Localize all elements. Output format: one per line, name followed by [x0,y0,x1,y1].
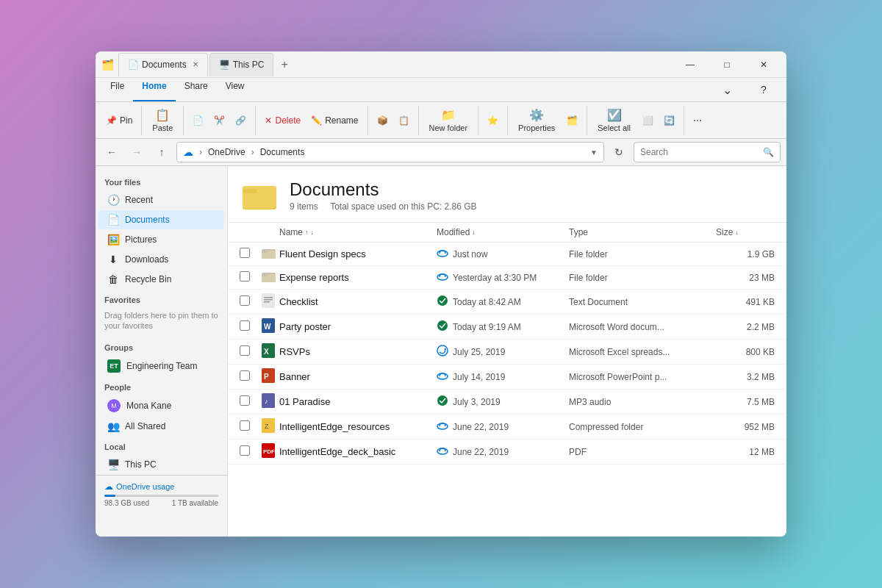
row-size: 2.2 MB [716,322,775,332]
sidebar-item-recycle-bin[interactable]: 🗑 Recycle Bin [98,270,224,289]
maximize-button[interactable]: □ [710,53,744,76]
separator-8 [587,106,587,135]
sidebar-item-documents[interactable]: 📄 Documents [98,210,224,229]
table-row[interactable]: ♪ 01 Paradise July 3, 2019 MP3 audio 7.5… [228,390,786,415]
row-type: Microsoft PowerPoint p... [569,372,716,382]
select-none-button[interactable]: ⬜ [638,113,658,128]
path-documents[interactable]: Documents [260,147,305,157]
row-checkbox[interactable] [240,295,262,308]
search-box[interactable]: 🔍 [634,142,781,162]
sidebar-item-mona[interactable]: M Mona Kane [98,395,224,416]
row-checkbox[interactable] [240,345,262,358]
sort-asc-icon: ↑ [305,229,309,236]
svg-point-25 [437,373,448,379]
svg-text:P: P [264,373,269,381]
sync-icon [437,320,448,334]
back-button[interactable]: ← [101,142,122,162]
svg-rect-9 [262,274,268,276]
rename-button[interactable]: ✏️ Rename [306,113,362,128]
row-checkbox[interactable] [240,248,262,260]
tab-close-documents[interactable]: ✕ [193,60,198,68]
pin-button[interactable]: 📌 Pin [101,113,137,128]
open-properties-button[interactable]: 🗂️ [562,113,582,128]
row-checkbox[interactable] [240,445,262,458]
row-size: 491 KB [716,297,775,307]
size-col-header[interactable]: Size ↓ [716,227,775,237]
cut-button[interactable]: ✂️ [209,113,229,128]
svg-point-28 [437,395,448,406]
window-controls: — □ ✕ [673,53,781,76]
properties-icon: ⚙️ [529,108,544,122]
pictures-label: Pictures [125,234,157,245]
forward-button[interactable]: → [126,142,147,162]
separator-5 [418,106,419,135]
table-row[interactable]: X RSVPs July 25, 2019 Microsoft Excel sp… [228,340,786,365]
ribbon-expand-button[interactable]: ⌄ [710,78,744,101]
ribbon-tab-file[interactable]: File [101,78,133,101]
row-size: 800 KB [716,347,775,357]
sidebar-item-downloads[interactable]: ⬇ Downloads [98,250,224,269]
table-row[interactable]: Checklist Today at 8:42 AM Text Document… [228,290,786,315]
svg-rect-12 [264,297,273,298]
minimize-button[interactable]: — [673,53,707,76]
sidebar-item-engineering[interactable]: ET Engineering Team [98,356,224,376]
row-type-icon: X [262,343,279,360]
row-modified: July 3, 2019 [437,395,569,409]
row-type-icon: W [262,318,279,335]
row-type: Microsoft Excel spreads... [569,347,716,357]
view-options-button[interactable]: ⋯ [689,113,706,128]
tab-thispc-label: This PC [233,60,265,70]
row-checkbox[interactable] [240,420,262,433]
delete-button[interactable]: ✕ Delete [260,113,305,128]
new-folder-icon: 📁 [441,108,456,122]
easy-access-button[interactable]: ⭐ [483,113,503,128]
address-bar: ← → ↑ ☁ › OneDrive › Documents ▼ ↻ 🔍 [96,139,786,166]
sidebar-item-all-shared[interactable]: 👥 All Shared [98,417,224,436]
sidebar-item-pictures[interactable]: 🖼️ Pictures [98,230,224,249]
table-row[interactable]: P Banner July 14, 2019 Microsoft PowerPo… [228,365,786,390]
table-row[interactable]: Expense reports Yesterday at 3:30 PM Fil… [228,266,786,290]
table-row[interactable]: Fluent Design specs Just now File folder… [228,243,786,266]
row-checkbox[interactable] [240,320,262,333]
copy-path-button[interactable]: 🔗 [231,113,251,128]
ribbon-tab-view[interactable]: View [217,78,254,101]
svg-point-15 [437,295,448,306]
sidebar-item-this-pc[interactable]: 🖥️ This PC [98,455,224,474]
modified-col-header[interactable]: Modified ↓ [437,227,569,237]
row-checkbox[interactable] [240,370,262,383]
close-button[interactable]: ✕ [747,53,781,76]
help-button[interactable]: ? [747,78,781,101]
table-row[interactable]: PDF IntelligentEdge_deck_basic June 22, … [228,440,786,465]
new-folder-button[interactable]: 📁 New folder [423,105,474,135]
properties-button[interactable]: ⚙️ Properties [512,105,561,135]
address-path[interactable]: ☁ › OneDrive › Documents ▼ [176,142,604,162]
select-all-button[interactable]: ☑️ Select all [592,105,637,135]
copy-to-button[interactable]: 📋 [394,113,414,128]
copy-button[interactable]: 📄 [188,113,208,128]
paste-button[interactable]: 📋 Paste [146,105,179,135]
invert-selection-button[interactable]: 🔄 [659,113,679,128]
type-col-header[interactable]: Type [569,227,716,237]
path-onedrive[interactable]: OneDrive [208,147,245,157]
tab-documents[interactable]: 📄 Documents ✕ [118,53,208,76]
svg-text:X: X [264,348,269,356]
row-checkbox[interactable] [240,271,262,284]
row-checkbox[interactable] [240,395,262,408]
new-tab-button[interactable]: + [275,55,293,74]
path-dropdown-icon[interactable]: ▼ [590,148,598,157]
name-col-header[interactable]: Name ↑ ↓ [279,227,437,237]
content-header: Documents 9 items Total space used on th… [228,166,786,223]
table-row[interactable]: Z IntelligentEdge_resources June 22, 201… [228,415,786,440]
up-button[interactable]: ↑ [151,142,172,162]
tab-thispc[interactable]: 🖥️ This PC [209,53,274,76]
separator-1 [141,106,142,135]
ribbon-tab-share[interactable]: Share [176,78,217,101]
table-row[interactable]: W Party poster Today at 9:19 AM Microsof… [228,315,786,340]
all-shared-icon: 👥 [107,420,119,432]
sidebar-item-recent[interactable]: 🕐 Recent [98,190,224,209]
ribbon-tab-home[interactable]: Home [133,78,175,101]
search-input[interactable] [640,147,763,157]
tab-thispc-icon: 🖥️ [219,60,230,70]
refresh-button[interactable]: ↻ [609,142,629,162]
move-to-button[interactable]: 📦 [373,113,392,128]
